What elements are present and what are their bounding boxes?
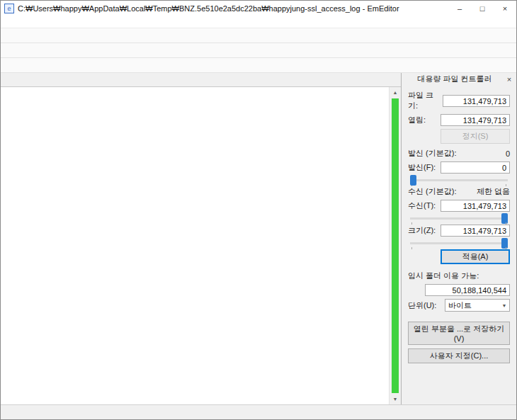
chevron-down-icon: ▼ (499, 303, 509, 308)
unit-value: 바이트 (445, 300, 499, 311)
window-title: C:₩Users₩happy₩AppData₩Local₩Temp₩BNZ.5e… (18, 4, 448, 13)
recv-default-label: 수신 (기본값): (408, 186, 456, 197)
size-label: 크기(Z): (408, 225, 436, 236)
opened-label: 열림: (408, 115, 426, 125)
recv-label: 수신(T): (408, 200, 436, 211)
unit-label: 단위(U): (408, 300, 436, 311)
scroll-down-arrow-icon[interactable]: ▼ (390, 394, 401, 404)
recv-default-value: 제한 없음 (477, 186, 510, 197)
maximize-button[interactable]: □ (471, 1, 494, 16)
panel-title: 대용량 파일 컨트롤러 (404, 74, 505, 84)
document-tab-bar (1, 73, 401, 86)
panel-body: 파일 크기: 131,479,713 열림: 131,479,713 정지(S)… (402, 84, 516, 404)
send-slider[interactable] (410, 179, 508, 181)
menu-bar (1, 16, 516, 28)
unit-combobox[interactable]: 바이트 ▼ (445, 299, 510, 312)
panel-close-icon[interactable]: × (505, 75, 513, 84)
recv-slider[interactable] (410, 217, 508, 220)
minimize-button[interactable]: – (448, 1, 471, 16)
main-area: ▲ ▼ 대용량 파일 컨트롤러 × 파일 크기: 131,479,713 열림:… (1, 73, 516, 404)
editor-pane: ▲ ▼ (1, 73, 401, 404)
temp-folder-label: 임시 폴더 이용 가능: (408, 271, 479, 281)
send-input[interactable]: 0 (441, 161, 510, 174)
large-file-controller-panel: 대용량 파일 컨트롤러 × 파일 크기: 131,479,713 열림: 131… (401, 73, 516, 404)
emeditor-window: e C:₩Users₩happy₩AppData₩Local₩Temp₩BNZ.… (0, 0, 517, 420)
apply-button[interactable]: 적용(A) (441, 249, 510, 264)
scrollbar-match-thumb[interactable] (392, 98, 399, 393)
csv-sort-toolbar (1, 43, 516, 58)
file-size-value: 131,479,713 (443, 95, 510, 107)
size-slider[interactable] (410, 242, 508, 244)
send-default-value: 0 (506, 149, 510, 158)
save-opened-part-button[interactable]: 열린 부분을 ...로 저장하기(V) (408, 322, 510, 345)
send-default-label: 발신 (기본값): (408, 148, 456, 159)
status-bar (1, 404, 516, 419)
editor-body: ▲ ▼ (1, 86, 401, 404)
opened-value: 131,479,713 (441, 114, 510, 126)
main-toolbar (1, 28, 516, 43)
close-button[interactable]: × (494, 1, 516, 16)
stop-button: 정지(S) (441, 129, 510, 144)
panel-header: 대용량 파일 컨트롤러 × (402, 73, 516, 84)
size-slider-thumb[interactable] (501, 238, 508, 249)
recv-slider-thumb[interactable] (501, 213, 508, 224)
customize-button[interactable]: 사용자 지정(C)... (408, 348, 510, 363)
temp-folder-value: 50,188,140,544 (425, 284, 510, 296)
log-text-area[interactable] (1, 87, 389, 404)
find-toolbar (1, 58, 516, 73)
recv-input[interactable]: 131,479,713 (441, 200, 510, 212)
send-slider-thumb[interactable] (410, 175, 416, 186)
send-label: 발신(F): (408, 162, 436, 173)
title-bar: e C:₩Users₩happy₩AppData₩Local₩Temp₩BNZ.… (1, 1, 516, 16)
size-input[interactable]: 131,479,713 (441, 225, 510, 237)
app-icon: e (4, 4, 14, 13)
vertical-scrollbar[interactable]: ▲ ▼ (389, 87, 401, 404)
scroll-up-arrow-icon[interactable]: ▲ (390, 87, 401, 98)
file-size-label: 파일 크기: (408, 90, 443, 111)
